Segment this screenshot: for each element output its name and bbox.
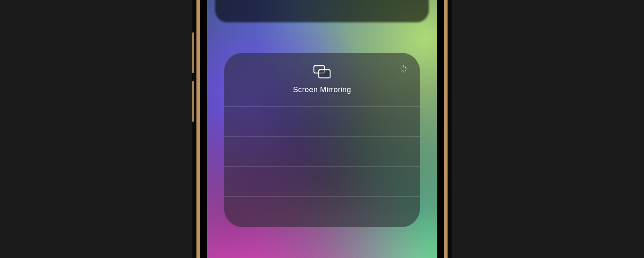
loading-spinner-icon — [400, 65, 408, 75]
svg-line-9 — [402, 67, 403, 68]
device-row[interactable] — [224, 136, 420, 166]
panel-header: Screen Mirroring — [224, 53, 420, 106]
device-row[interactable] — [224, 166, 420, 196]
screen-mirroring-panel[interactable]: Screen Mirroring — [224, 53, 420, 227]
svg-line-3 — [405, 67, 406, 68]
phone-screen: Screen Mirroring — [207, 0, 437, 258]
volume-button — [192, 32, 194, 73]
svg-line-5 — [405, 70, 406, 71]
device-row[interactable] — [224, 196, 420, 226]
volume-button — [192, 81, 194, 122]
screen-mirroring-icon — [313, 65, 331, 80]
device-row[interactable] — [224, 106, 420, 136]
svg-rect-1 — [319, 70, 330, 78]
phone-mockup: Screen Mirroring — [192, 0, 452, 258]
svg-line-7 — [402, 70, 403, 71]
panel-title: Screen Mirroring — [293, 85, 351, 94]
